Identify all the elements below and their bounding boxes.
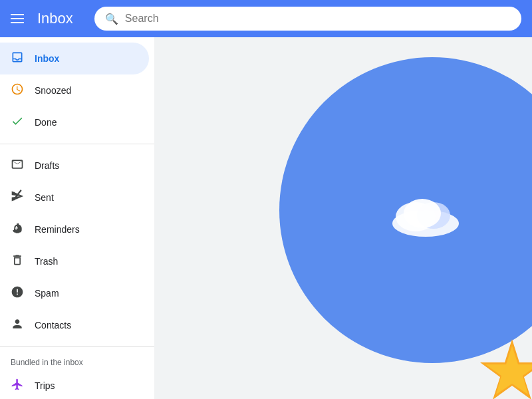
menu-icon[interactable] — [11, 14, 27, 23]
sidebar-divider-2 — [0, 346, 154, 347]
svg-point-3 — [404, 199, 441, 228]
sidebar-item-trash[interactable]: Trash — [0, 245, 149, 277]
sidebar-item-trips-label: Trips — [35, 380, 55, 391]
trips-icon — [11, 378, 24, 394]
sidebar-item-spam[interactable]: Spam — [0, 277, 149, 309]
sidebar-item-snoozed[interactable]: Snoozed — [0, 74, 149, 106]
trash-icon — [11, 253, 24, 270]
sidebar-item-sent[interactable]: Sent — [0, 182, 149, 213]
bundled-section-label: Bundled in the inbox — [0, 352, 154, 370]
illustration-star — [479, 339, 532, 399]
header-title: Inbox — [37, 10, 73, 27]
search-bar: 🔍 — [94, 7, 521, 31]
sidebar-item-spam-label: Spam — [35, 288, 59, 299]
snoozed-icon — [11, 82, 24, 99]
sidebar-divider-1 — [0, 144, 154, 144]
spam-icon — [11, 285, 24, 302]
illustration-cloud — [386, 190, 466, 237]
app-layout: Inbox Snoozed Done Drafts — [0, 37, 532, 399]
sidebar-item-inbox[interactable]: Inbox — [0, 43, 149, 74]
sidebar-item-contacts-label: Contacts — [35, 320, 71, 331]
sidebar-item-trash-label: Trash — [35, 256, 58, 267]
sidebar-item-reminders-label: Reminders — [35, 224, 80, 235]
sidebar-item-trips[interactable]: Trips — [0, 370, 149, 399]
sent-icon — [11, 190, 24, 206]
sidebar-item-drafts[interactable]: Drafts — [0, 150, 149, 182]
sidebar-item-snoozed-label: Snoozed — [35, 85, 71, 96]
search-input[interactable] — [125, 13, 511, 25]
sidebar-item-inbox-label: Inbox — [35, 53, 59, 64]
reminders-icon — [11, 221, 24, 238]
sidebar: Inbox Snoozed Done Drafts — [0, 37, 154, 399]
drafts-icon — [11, 158, 24, 174]
header: Inbox 🔍 — [0, 0, 532, 37]
sidebar-item-done[interactable]: Done — [0, 106, 149, 138]
sidebar-item-reminders[interactable]: Reminders — [0, 213, 149, 245]
main-content — [154, 37, 532, 399]
inbox-icon — [11, 51, 24, 67]
sidebar-item-done-label: Done — [35, 117, 57, 128]
search-icon: 🔍 — [105, 13, 118, 25]
sidebar-item-sent-label: Sent — [35, 192, 54, 203]
contacts-icon — [11, 317, 24, 334]
done-icon — [11, 114, 24, 131]
sidebar-item-drafts-label: Drafts — [35, 160, 59, 171]
sidebar-item-contacts[interactable]: Contacts — [0, 309, 149, 341]
